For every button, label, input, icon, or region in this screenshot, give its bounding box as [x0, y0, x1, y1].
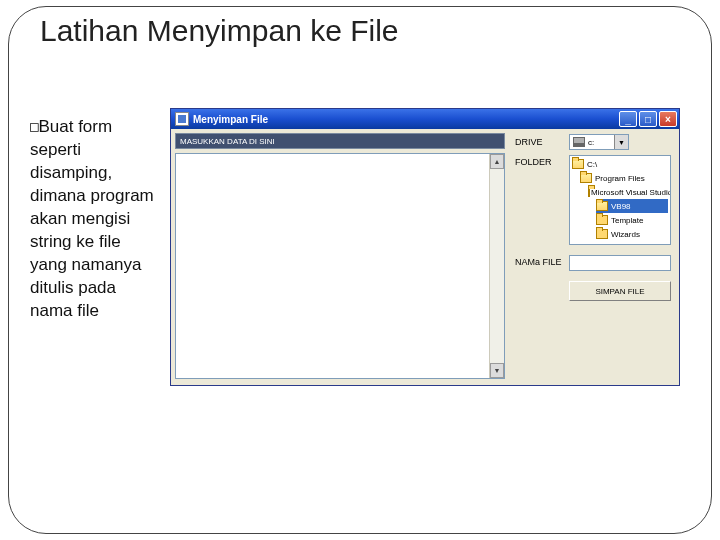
slide-title: Latihan Menyimpan ke File [40, 14, 399, 48]
textarea-scrollbar[interactable]: ▲ ▼ [489, 154, 504, 378]
folder-icon [596, 229, 608, 239]
app-window: Menyimpan File _ □ × MASUKKAN DATA DI SI… [170, 108, 680, 386]
slide-bullet: □Buat form seperti disamping, dimana pro… [30, 116, 160, 322]
folder-tree-item[interactable]: Template [596, 213, 668, 227]
drive-combo[interactable]: c: ▼ [569, 134, 629, 150]
maximize-button[interactable]: □ [639, 111, 657, 127]
drive-value: c: [588, 138, 594, 147]
folder-tree-item[interactable]: Microsoft Visual Studio [588, 185, 668, 199]
folder-tree-label: Template [611, 216, 643, 225]
folder-icon [596, 201, 608, 211]
client-area: MASUKKAN DATA DI SINI ▲ ▼ DRIVE FOLDER N… [171, 129, 679, 385]
app-icon [175, 112, 189, 126]
folder-tree-item[interactable]: C:\ [572, 157, 668, 171]
nama-file-label: NAMa FILE [515, 257, 562, 267]
folder-tree-item[interactable]: Program Files [580, 171, 668, 185]
chevron-down-icon[interactable]: ▼ [614, 135, 628, 149]
folder-icon [580, 173, 592, 183]
titlebar[interactable]: Menyimpan File _ □ × [171, 109, 679, 129]
data-input[interactable]: MASUKKAN DATA DI SINI [175, 133, 505, 149]
scroll-up-icon[interactable]: ▲ [490, 154, 504, 169]
disk-icon [573, 137, 585, 147]
folder-tree-label: Program Files [595, 174, 645, 183]
folder-tree-label: C:\ [587, 160, 597, 169]
folder-tree-label: Microsoft Visual Studio [591, 188, 671, 197]
folder-tree[interactable]: C:\Program FilesMicrosoft Visual StudioV… [569, 155, 671, 245]
save-button[interactable]: SIMPAN FILE [569, 281, 671, 301]
data-textarea[interactable]: ▲ ▼ [175, 153, 505, 379]
nama-file-input[interactable] [569, 255, 671, 271]
folder-label: FOLDER [515, 157, 552, 167]
close-button[interactable]: × [659, 111, 677, 127]
folder-icon [596, 215, 608, 225]
folder-tree-label: Wizards [611, 230, 640, 239]
folder-tree-item[interactable]: VB98 [596, 199, 668, 213]
window-title: Menyimpan File [193, 114, 268, 125]
drive-label: DRIVE [515, 137, 543, 147]
minimize-button[interactable]: _ [619, 111, 637, 127]
folder-icon [572, 159, 584, 169]
scroll-down-icon[interactable]: ▼ [490, 363, 504, 378]
folder-tree-item[interactable]: Wizards [596, 227, 668, 241]
folder-tree-label: VB98 [611, 202, 631, 211]
